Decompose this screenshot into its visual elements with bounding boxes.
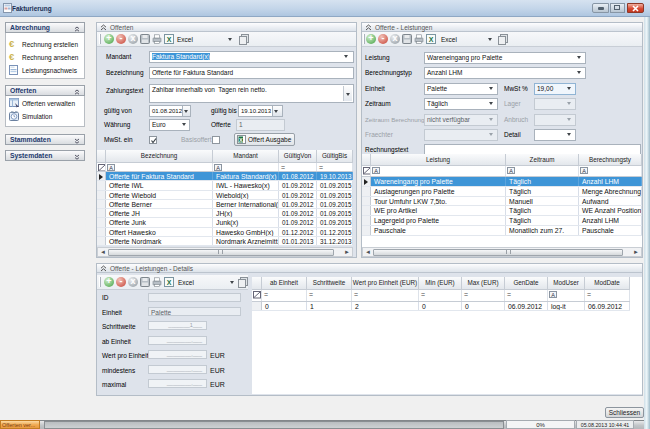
svg-text:X: X xyxy=(167,279,172,286)
svg-text:X: X xyxy=(167,36,172,43)
svg-text:X: X xyxy=(429,36,434,43)
svg-text:X: X xyxy=(239,137,243,143)
